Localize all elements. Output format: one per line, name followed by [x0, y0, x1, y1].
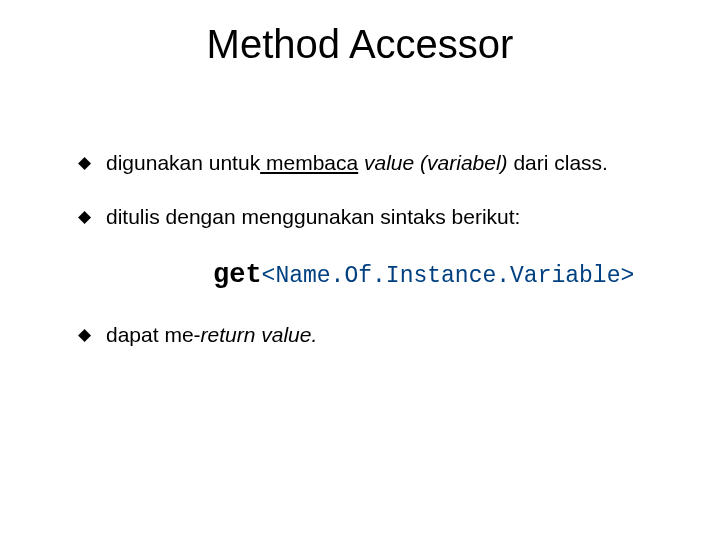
slide-body: digunakan untuk membaca value (variabel)… [78, 150, 658, 377]
bullet-item-1: digunakan untuk membaca value (variabel)… [78, 150, 658, 176]
bullet-1-underline-word: membaca [266, 151, 358, 174]
bullet-item-3: dapat me-return value. [78, 322, 658, 348]
code-syntax: get<Name.Of.Instance.Variable> [78, 259, 658, 293]
bullet-2-text: ditulis dengan menggunakan sintaks berik… [106, 205, 520, 228]
bullet-item-2: ditulis dengan menggunakan sintaks berik… [78, 204, 658, 230]
bullet-3-text-pre: dapat me- [106, 323, 201, 346]
slide-title: Method Accessor [0, 22, 720, 67]
bullet-3-italic: return value. [201, 323, 318, 346]
slide: Method Accessor digunakan untuk membaca … [0, 0, 720, 540]
bullet-1-text-pre: digunakan untuk [106, 151, 260, 174]
bullet-1-text-post: dari class. [508, 151, 608, 174]
bullet-1-italic: value (variabel) [358, 151, 507, 174]
code-placeholder: <Name.Of.Instance.Variable> [262, 263, 635, 289]
code-keyword-get: get [213, 260, 262, 290]
